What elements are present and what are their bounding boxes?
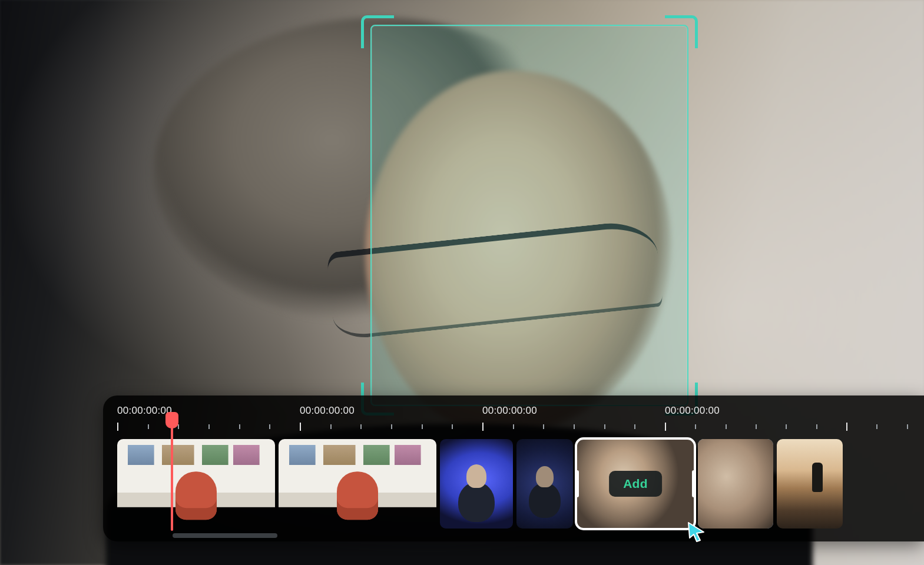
clip-thumbnail	[516, 439, 573, 529]
ruler-tick-major	[300, 423, 301, 431]
ruler-tick-major	[846, 423, 847, 431]
ruler-tick-minor	[330, 424, 332, 429]
ruler-tick-minor	[208, 424, 210, 429]
clip-strip[interactable]: Add	[117, 439, 910, 529]
ruler-tick-minor	[695, 424, 696, 429]
ruler-tick-minor	[543, 424, 544, 429]
ruler-tick-minor	[360, 424, 362, 429]
clip-thumbnail	[440, 439, 513, 529]
ruler-timecode: 00:00:00:00	[117, 405, 172, 417]
crop-handle-top-left[interactable]	[361, 15, 394, 48]
face-tracking-box[interactable]	[370, 25, 688, 406]
ruler-tick-minor	[513, 424, 514, 429]
ruler-tick-minor	[422, 424, 423, 429]
ruler-tick-minor	[876, 424, 877, 429]
clip-clip-3[interactable]	[440, 439, 513, 529]
clip-clip-1[interactable]	[117, 439, 275, 529]
ruler-timecode: 00:00:00:00	[665, 405, 720, 417]
ruler-timecode: 00:00:00:00	[482, 405, 537, 417]
clip-thumbnail	[698, 439, 773, 529]
ruler-tick-minor	[269, 424, 270, 429]
ruler-tick-major	[117, 423, 118, 431]
ruler-tick-minor	[816, 424, 817, 429]
clip-clip-4[interactable]	[516, 439, 573, 529]
ruler-tick-minor	[907, 424, 908, 429]
clip-clip-5[interactable]: Add	[577, 439, 694, 529]
crop-handle-top-right[interactable]	[665, 15, 698, 48]
timeline-panel: 00:00:00:0000:00:00:0000:00:00:0000:00:0…	[103, 396, 924, 541]
ruler-tick-minor	[604, 424, 605, 429]
timeline-ruler[interactable]: 00:00:00:0000:00:00:0000:00:00:0000:00:0…	[117, 404, 924, 433]
ruler-tick-minor	[391, 424, 392, 429]
ruler-tick-minor	[452, 424, 453, 429]
ruler-tick-minor	[634, 424, 635, 429]
clip-thumbnail	[279, 439, 436, 529]
clip-trim-handle-right[interactable]	[692, 470, 694, 497]
video-preview-viewport: 00:00:00:0000:00:00:0000:00:00:0000:00:0…	[0, 0, 924, 565]
clip-clip-2[interactable]	[279, 439, 436, 529]
ruler-tick-minor	[756, 424, 757, 429]
ruler-tick-minor	[574, 424, 575, 429]
ruler-tick-major	[482, 423, 483, 431]
clip-clip-7[interactable]	[777, 439, 843, 529]
ruler-tick-minor	[148, 424, 149, 429]
clip-thumbnail	[117, 439, 275, 529]
ruler-tick-minor	[239, 424, 240, 429]
ruler-tick-major	[665, 423, 666, 431]
ruler-tick-minor	[178, 424, 179, 429]
clip-thumbnail	[777, 439, 843, 529]
ruler-timecode: 00:00:00:00	[300, 405, 355, 417]
clip-trim-handle-left[interactable]	[577, 470, 579, 497]
ruler-tick-minor	[786, 424, 787, 429]
timeline-scrollbar[interactable]	[173, 533, 277, 538]
add-button[interactable]: Add	[609, 471, 662, 497]
ruler-tick-minor	[726, 424, 727, 429]
clip-clip-6[interactable]	[698, 439, 773, 529]
